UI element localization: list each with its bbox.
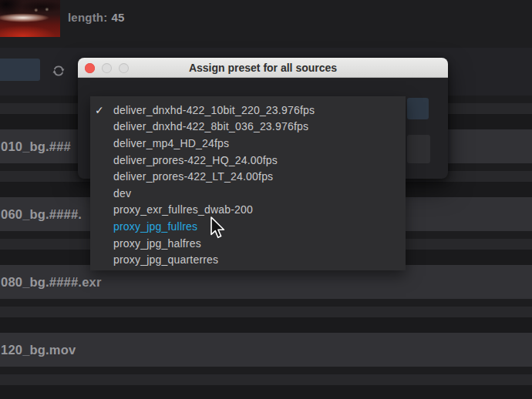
preset-option-label: deliver_mp4_HD_24fps (113, 137, 229, 149)
dialog-title: Assign preset for all sources (78, 58, 448, 78)
application-window: length:45 010_bg.### 060_bg.####. 080_bg… (0, 0, 532, 399)
preset-option-label: proxy_jpg_halfres (113, 237, 201, 250)
preset-option-label: deliver_prores-422_HQ_24.00fps (113, 154, 278, 166)
preset-option[interactable]: deliver_prores-422_HQ_24.00fps (90, 152, 406, 169)
preset-option[interactable]: ✓deliver_dnxhd-422_10bit_220_23.976fps (90, 102, 406, 119)
preset-option-label: deliver_dnxhd-422_10bit_220_23.976fps (113, 104, 315, 116)
source-row-label[interactable]: 120_bg.mov (1, 333, 76, 367)
preset-option[interactable]: proxy_jpg_halfres (90, 235, 406, 252)
preset-option[interactable]: proxy_jpg_fullres (90, 218, 406, 235)
preset-option[interactable]: deliver_prores-422_LT_24.00fps (90, 168, 406, 185)
preset-option-label: proxy_jpg_fullres (113, 220, 197, 233)
dialog-titlebar: Assign preset for all sources (78, 58, 448, 78)
clip-length-label: length: (68, 11, 107, 24)
preset-option-label: deliver_dnxhd-422_8bit_036_23.976fps (113, 120, 308, 132)
checkmark-icon: ✓ (90, 105, 113, 116)
dialog-field[interactable] (407, 135, 430, 163)
preset-option[interactable]: proxy_jpg_quarterres (90, 251, 406, 268)
toolbar-field[interactable] (0, 59, 40, 81)
clip-thumbnail[interactable] (0, 0, 60, 37)
dialog-accent-button[interactable] (407, 98, 429, 119)
preset-dropdown-menu: ✓deliver_dnxhd-422_10bit_220_23.976fpsde… (90, 96, 406, 270)
preset-option-label: proxy_exr_fullres_dwab-200 (113, 203, 253, 216)
preset-option[interactable]: deliver_mp4_HD_24fps (90, 135, 406, 152)
preset-option-label: deliver_prores-422_LT_24.00fps (113, 170, 273, 183)
preset-option[interactable]: dev (90, 185, 406, 202)
preset-option[interactable]: deliver_dnxhd-422_8bit_036_23.976fps (90, 119, 406, 136)
preset-option[interactable]: proxy_exr_fullres_dwab-200 (90, 202, 406, 219)
preset-option-label: proxy_jpg_quarterres (113, 253, 218, 266)
source-row-label[interactable]: 010_bg.### (1, 129, 71, 163)
preset-option-label: dev (113, 187, 131, 200)
clip-length-value: 45 (111, 11, 124, 24)
mouse-cursor-icon (210, 216, 226, 240)
clip-length: length:45 (68, 0, 124, 35)
source-row-label[interactable]: 080_bg.####.exr (1, 265, 102, 299)
refresh-icon[interactable] (51, 63, 66, 79)
source-row-label[interactable]: 060_bg.####. (1, 197, 82, 231)
